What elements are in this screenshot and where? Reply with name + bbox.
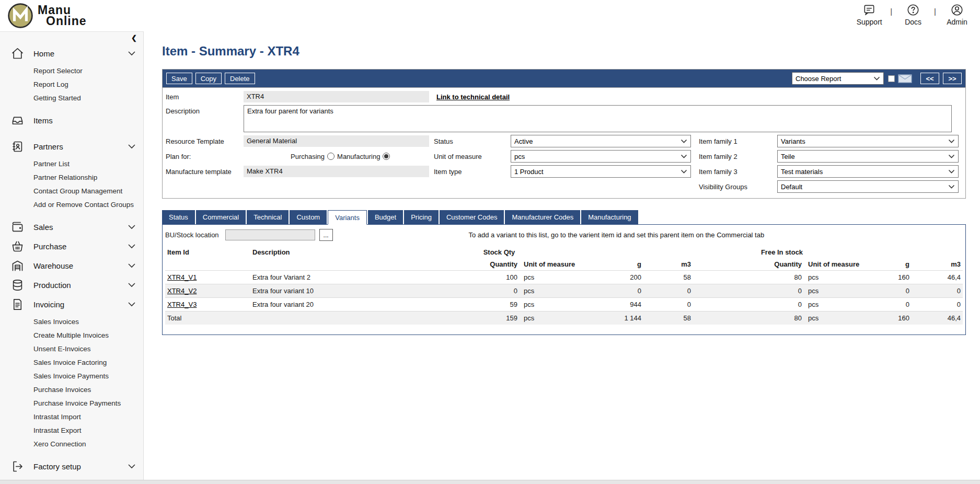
item-type-select[interactable]: 1 Product [511,165,691,178]
table-row: XTR4_V3 Extra four variant 20 59 pcs 944… [165,298,963,312]
sidebar-item-factory-setup[interactable]: Factory setup [0,458,143,475]
status-select[interactable]: Active [511,135,691,147]
item-family-1-select[interactable]: Variants [777,135,959,147]
support-link[interactable]: Support [856,3,883,26]
logo-text: Manu Online [38,3,87,27]
sidebar-item-add-remove-contact-groups[interactable]: Add or Remove Contact Groups [0,198,143,212]
sidebar-item-home[interactable]: Home [0,45,143,62]
previous-record-button[interactable]: << [920,73,939,84]
partners-contacts-icon [10,140,25,154]
sidebar-item-invoicing[interactable]: Invoicing [0,296,143,313]
chevron-down-icon [948,139,955,143]
item-link-xtr4-v2[interactable]: XTR4_V2 [167,287,197,295]
choose-report-select[interactable]: Choose Report [792,72,884,85]
col-unit-of-measure-free: Unit of measure [804,258,871,271]
docs-link[interactable]: Docs [900,3,927,26]
manu-online-logo[interactable]: Manu Online [7,3,87,29]
tab-budget[interactable]: Budget [368,210,403,224]
purchasing-radio-label: Purchasing [291,153,325,160]
invoicing-document-icon [10,297,25,312]
tab-customer-codes[interactable]: Customer Codes [440,210,504,224]
sidebar-item-partner-list[interactable]: Partner List [0,157,143,171]
sidebar-item-sales-invoices[interactable]: Sales Invoices [0,315,143,329]
chevron-down-icon [948,185,955,189]
bu-stock-location-input[interactable] [225,229,315,240]
tab-technical[interactable]: Technical [247,210,289,224]
horizontal-scrollbar[interactable] [0,480,980,484]
item-label: Item [165,93,244,101]
tab-manufacturer-codes[interactable]: Manufacturer Codes [505,210,580,224]
tab-manufacturing[interactable]: Manufacturing [581,210,638,224]
chevron-down-icon [128,144,136,149]
tab-commercial[interactable]: Commercial [196,210,246,224]
sidebar-item-sales-invoice-factoring[interactable]: Sales Invoice Factoring [0,356,143,370]
action-toolbar: Save Copy Delete Choose Report << >> [163,70,965,87]
plan-for-radios: Purchasing Manufacturing [244,153,429,160]
sidebar-item-purchase[interactable]: Purchase [0,238,143,255]
chevron-down-icon [128,51,136,56]
sidebar-item-contact-group-management[interactable]: Contact Group Management [0,185,143,198]
visibility-groups-select[interactable]: Default [777,180,959,193]
item-family-2-select[interactable]: Teile [777,150,959,163]
tab-pricing[interactable]: Pricing [404,210,439,224]
sidebar-item-intrastat-export[interactable]: Intrastat Export [0,424,143,437]
chevron-down-icon [681,154,687,158]
support-chat-icon [862,3,876,17]
sidebar-item-getting-started[interactable]: Getting Started [0,91,143,105]
purchase-basket-icon [10,239,25,253]
table-row: XTR4_V1 Extra four Variant 2 100 pcs 200… [165,271,963,284]
sidebar-item-purchase-invoice-payments[interactable]: Purchase Invoice Payments [0,397,143,410]
chevron-down-icon [128,224,136,229]
sidebar-item-create-multiple-invoices[interactable]: Create Multiple Invoices [0,329,143,342]
item-link-xtr4-v1[interactable]: XTR4_V1 [167,273,197,281]
table-row: XTR4_V2 Extra four variant 10 0 pcs 0 0 … [165,284,963,298]
purchasing-radio[interactable] [327,153,335,160]
chevron-down-icon [128,263,136,268]
sidebar-item-report-selector[interactable]: Report Selector [0,64,143,78]
sidebar-nav: ❮ Home Report Selector Report Log Gettin… [0,31,144,480]
sidebar-collapse-icon[interactable]: ❮ [131,34,137,42]
technical-detail-link[interactable]: Link to technical detail [436,93,691,101]
sidebar-item-report-log[interactable]: Report Log [0,78,143,91]
sidebar-item-sales-invoice-payments[interactable]: Sales Invoice Payments [0,370,143,383]
tab-variants[interactable]: Variants [328,210,367,225]
sidebar-item-xero-connection[interactable]: Xero Connection [0,437,143,451]
group-free-in-stock: Free In stock [693,246,871,258]
page-title: Item - Summary - XTR4 [162,44,980,59]
sidebar-item-purchase-invoices[interactable]: Purchase Invoices [0,383,143,397]
header-divider: | [890,7,892,23]
chevron-down-icon [681,169,687,174]
tab-status[interactable]: Status [162,210,195,224]
send-report-email-icon[interactable] [898,74,912,83]
description-field[interactable]: Extra four parent for variants [244,105,952,132]
col-item-id: Item Id [165,246,250,258]
admin-link[interactable]: Admin [943,3,971,26]
manufacture-template-label: Manufacture template [165,168,244,176]
next-record-button[interactable]: >> [943,73,962,84]
item-family-3-select[interactable]: Test materials [777,165,959,178]
tab-custom[interactable]: Custom [290,210,327,224]
item-link-xtr4-v3[interactable]: XTR4_V3 [167,301,197,308]
choose-report-value: Choose Report [795,75,841,83]
manufacturing-radio[interactable] [383,153,390,160]
sidebar-item-items[interactable]: Items [0,112,143,129]
unit-of-measure-select[interactable]: pcs [511,150,691,163]
bu-stock-browse-button[interactable]: ... [319,229,333,241]
visibility-groups-label: Visibility Groups [698,183,777,191]
sidebar-item-production[interactable]: Production [0,276,143,293]
report-checkbox[interactable] [888,75,895,82]
manufacture-template-field: Make XTR4 [244,166,429,177]
manufacturing-radio-label: Manufacturing [337,153,380,160]
sidebar-item-sales[interactable]: Sales [0,218,143,235]
save-button[interactable]: Save [166,73,192,84]
copy-button[interactable]: Copy [195,73,222,84]
sidebar-item-unsent-e-invoices[interactable]: Unsent E-Invoices [0,342,143,356]
sidebar-item-partners[interactable]: Partners [0,138,143,155]
col-g-free: g [871,258,912,271]
item-family-1-label: Item family 1 [698,137,777,145]
chevron-down-icon [128,464,136,469]
delete-button[interactable]: Delete [225,73,255,84]
sidebar-item-intrastat-import[interactable]: Intrastat Import [0,410,143,424]
sidebar-item-warehouse[interactable]: Warehouse [0,257,143,274]
sidebar-item-partner-relationship[interactable]: Partner Relationship [0,171,143,185]
